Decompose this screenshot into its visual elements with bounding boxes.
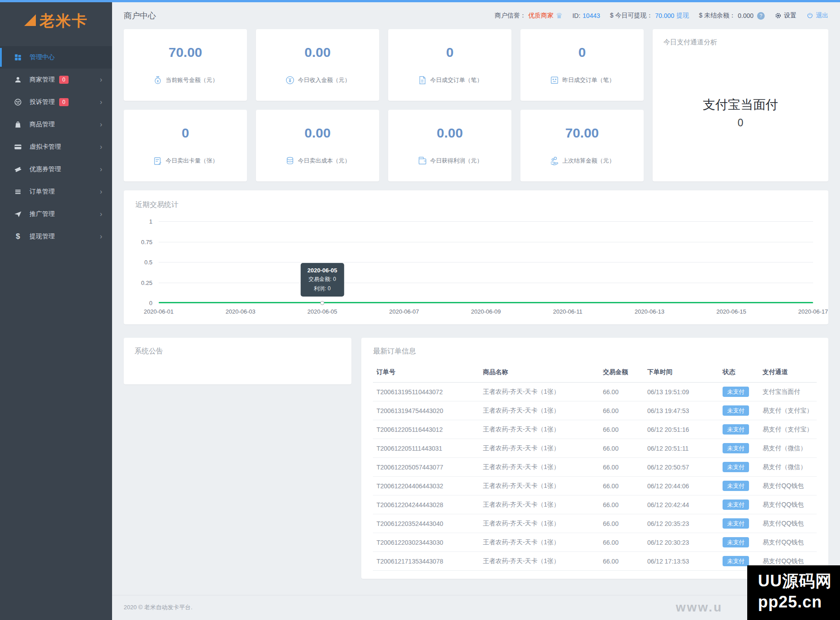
list-icon xyxy=(13,187,22,196)
tooltip-amount: 交易金额: 0 xyxy=(307,276,338,283)
order-id: T200612205111443031 xyxy=(373,439,480,458)
settings-button[interactable]: 设置 xyxy=(775,12,797,20)
coins-icon xyxy=(285,156,295,166)
y-tick-label: 0 xyxy=(149,300,152,306)
table-row[interactable]: T200612204406443032 王者农药-齐天-天卡（1张） 66.00… xyxy=(373,477,817,495)
header-toolbar: 商户信誉： 优质商家 ♛ ID: 10443 $ 今日可提现： 70.000 提… xyxy=(495,11,828,21)
data-point-marker[interactable] xyxy=(320,301,325,305)
hand-coin-icon xyxy=(550,156,559,166)
table-row[interactable]: T200612205111443031 王者农药-齐天-天卡（1张） 66.00… xyxy=(373,439,817,458)
table-row[interactable]: T200613195110443072 王者农药-齐天-天卡（1张） 66.00… xyxy=(373,383,817,401)
col-channel: 支付通道 xyxy=(759,362,817,383)
order-product: 王者农药-齐天-天卡（1张） xyxy=(480,420,599,439)
chevron-right-icon: › xyxy=(100,165,102,173)
stat-card-cost: 0.00 今日卖出成本（元） xyxy=(256,110,379,181)
logo-text: 老米卡 xyxy=(39,11,88,31)
wallet-icon xyxy=(417,156,427,166)
y-tick-label: 1 xyxy=(149,218,152,225)
top-accent-bar xyxy=(0,0,840,2)
stat-card-today-orders: 0 今日成交订单（笔） xyxy=(388,29,511,101)
status-badge: 未支付 xyxy=(723,556,749,566)
merchant-credit: 商户信誉： 优质商家 ♛ xyxy=(495,11,563,21)
stat-label: 今日获得利润（元） xyxy=(430,157,483,165)
card-count-icon xyxy=(153,156,163,166)
sidebar-item-dashboard[interactable]: 管理中心 xyxy=(0,46,112,69)
order-channel: 支付宝当面付 xyxy=(759,383,817,401)
unsettled-balance: $ 未结余额： 0.000 ? xyxy=(699,12,765,20)
settings-label: 设置 xyxy=(784,12,797,20)
sidebar-menu: 管理中心 商家管理 0 › 投诉管理 0 › 商品管理 › xyxy=(0,46,112,248)
sidebar-item-withdrawals[interactable]: $ 提现管理 › xyxy=(0,225,112,248)
recent-transactions-chart-panel: 近期交易统计 1 0.75 0.5 0.25 0 2020-06-05 交易金额… xyxy=(124,190,828,324)
order-id: T200612205057443077 xyxy=(373,458,480,477)
card-icon xyxy=(13,142,22,151)
order-time: 06/12 20:50:57 xyxy=(644,458,719,477)
order-amount: 66.00 xyxy=(599,420,644,439)
table-row[interactable]: T200612203023443030 王者农药-齐天-天卡（1张） 66.00… xyxy=(373,533,817,552)
payment-channel-panel: 今日支付通道分析 支付宝当面付 0 xyxy=(653,29,828,181)
withdraw-link[interactable]: 提现 xyxy=(676,12,689,20)
line-chart-plot[interactable]: 1 0.75 0.5 0.25 0 2020-06-05 交易金额: 0 利润:… xyxy=(159,221,813,303)
channel-panel-title: 今日支付通道分析 xyxy=(663,38,818,47)
sidebar-item-products[interactable]: 商品管理 › xyxy=(0,113,112,136)
logout-button[interactable]: 退出 xyxy=(806,12,828,20)
stat-card-account-balance: 70.00 当前账号金额（元） xyxy=(124,29,247,101)
x-tick-label: 2020-06-09 xyxy=(471,308,501,315)
page-header: 商户中心 商户信誉： 优质商家 ♛ ID: 10443 $ 今日可提现： 70.… xyxy=(124,2,828,29)
order-channel: 易支付（微信） xyxy=(759,458,817,477)
sidebar-item-promotion[interactable]: 推广管理 › xyxy=(0,203,112,225)
sidebar-item-complaints[interactable]: 投诉管理 0 › xyxy=(0,91,112,113)
merchant-id: ID: 10443 xyxy=(572,12,600,19)
table-row[interactable]: T200612205057443077 王者农药-齐天-天卡（1张） 66.00… xyxy=(373,458,817,477)
table-row[interactable]: T200612205116443012 王者农药-齐天-天卡（1张） 66.00… xyxy=(373,420,817,439)
stat-card-cards-sold: 0 今日卖出卡量（张） xyxy=(124,110,247,181)
order-channel: 易支付（支付宝） xyxy=(759,420,817,439)
sidebar-item-virtual-cards[interactable]: 虚拟卡管理 › xyxy=(0,136,112,158)
copyright-text: 2020 © 老米自动发卡平台. xyxy=(124,604,192,611)
series-line xyxy=(159,302,813,303)
status-badge: 未支付 xyxy=(723,387,749,397)
stat-value: 70.00 xyxy=(169,45,202,60)
sidebar-item-label: 订单管理 xyxy=(30,188,55,196)
order-product: 王者农药-齐天-天卡（1张） xyxy=(480,552,599,571)
order-product: 王者农药-齐天-天卡（1张） xyxy=(480,401,599,420)
id-value: 10443 xyxy=(583,12,600,19)
brand-logo: 老米卡 xyxy=(0,2,112,40)
question-circle-icon[interactable]: ? xyxy=(757,12,765,20)
stat-value: 0.00 xyxy=(304,45,330,60)
money-bag-icon xyxy=(153,75,163,85)
order-id: T200612171353443078 xyxy=(373,552,480,571)
order-channel: 易支付（微信） xyxy=(759,439,817,458)
sidebar-item-label: 管理中心 xyxy=(30,53,55,61)
table-row[interactable]: T200612204244443028 王者农药-齐天-天卡（1张） 66.00… xyxy=(373,495,817,514)
order-amount: 66.00 xyxy=(599,514,644,533)
chevron-right-icon: › xyxy=(100,188,102,196)
y-tick-label: 0.25 xyxy=(141,279,152,286)
document-icon xyxy=(417,75,427,85)
order-product: 王者农药-齐天-天卡（1张） xyxy=(480,439,599,458)
chevron-right-icon: › xyxy=(100,98,102,106)
logout-label: 退出 xyxy=(816,12,828,20)
sidebar-item-merchants[interactable]: 商家管理 0 › xyxy=(0,69,112,91)
tooltip-date: 2020-06-05 xyxy=(307,267,338,274)
watermark-line2: pp25.cn xyxy=(758,592,832,613)
stat-value: 0.00 xyxy=(437,125,463,141)
main-content: 商户中心 商户信誉： 优质商家 ♛ ID: 10443 $ 今日可提现： 70.… xyxy=(112,2,840,620)
y-tick-label: 0.75 xyxy=(141,238,152,245)
complaints-count-badge: 0 xyxy=(59,98,69,106)
table-row[interactable]: T200612203524443040 王者农药-齐天-天卡（1张） 66.00… xyxy=(373,514,817,533)
order-id: T200612203023443030 xyxy=(373,533,480,552)
sidebar-item-coupons[interactable]: 优惠券管理 › xyxy=(0,158,112,181)
order-channel: 易支付QQ钱包 xyxy=(759,477,817,495)
y-tick-label: 0.5 xyxy=(144,259,152,266)
gridline: 1 xyxy=(159,221,813,222)
latest-orders-panel: 最新订单信息 订单号 商品名称 交易金额 下单时间 状态 支付通道 T20061… xyxy=(361,338,828,579)
order-id: T200612204406443032 xyxy=(373,477,480,495)
table-row[interactable]: T200613194754443020 王者农药-齐天-天卡（1张） 66.00… xyxy=(373,401,817,420)
status-badge: 未支付 xyxy=(723,462,749,472)
order-amount: 66.00 xyxy=(599,401,644,420)
stat-label: 当前账号金额（元） xyxy=(166,76,218,84)
x-tick-label: 2020-06-01 xyxy=(144,308,174,315)
sidebar-item-orders[interactable]: 订单管理 › xyxy=(0,181,112,203)
x-tick-label: 2020-06-13 xyxy=(635,308,665,315)
